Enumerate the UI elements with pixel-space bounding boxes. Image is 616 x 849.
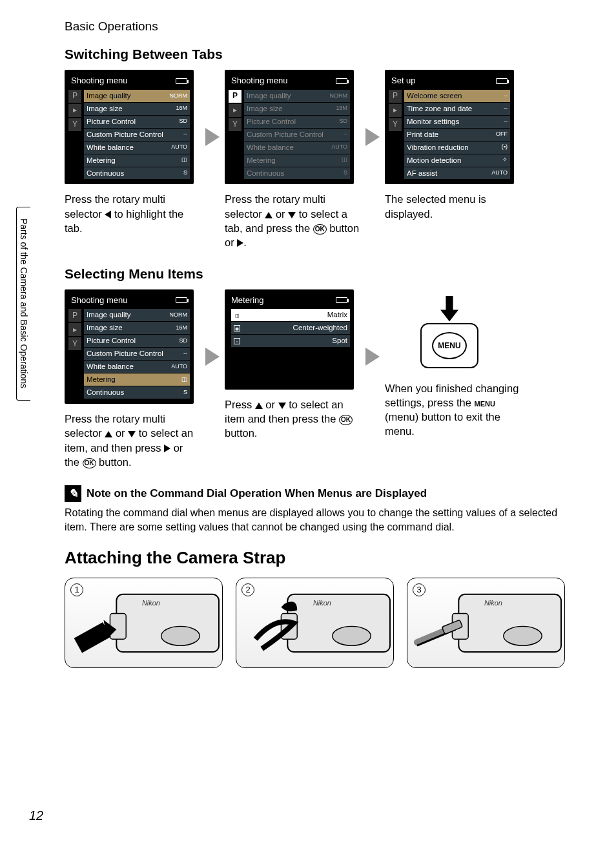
up-arrow-icon	[255, 403, 263, 409]
tab-wrench-icon: Y	[68, 118, 81, 131]
menu-button-illustration: MENU	[420, 323, 478, 368]
section-title-switching: Switching Between Tabs	[65, 47, 577, 62]
menu-row-label: Center-weighted	[293, 323, 347, 333]
tab-play-icon: ▸	[389, 104, 402, 117]
battery-icon	[336, 78, 347, 84]
menu-row-label: AF assist	[407, 169, 437, 178]
menu-row-value: 16M	[336, 105, 347, 112]
menu-title-text: Shooting menu	[231, 76, 287, 87]
menu-row: Custom Picture Control--	[84, 129, 190, 141]
menu-row-label: Continuous	[87, 388, 124, 397]
metering-mode-icon: ◉	[234, 325, 240, 331]
menu-row-label: Time zone and date	[407, 104, 472, 114]
menu-row-label: Image quality	[87, 310, 130, 320]
ok-button-icon: OK	[83, 458, 96, 468]
menu-row-label: Picture Control	[87, 117, 136, 127]
menu-row: Picture ControlSD	[84, 116, 190, 128]
menu-row: Vibration reduction(▪)	[404, 142, 510, 154]
flow-arrow-icon	[365, 348, 380, 366]
menu-row: Time zone and date--	[404, 103, 510, 115]
menu-title-text: Shooting menu	[71, 295, 127, 306]
menu-title-text: Set up	[391, 76, 416, 87]
menu-row-label: Image size	[247, 104, 283, 114]
tab-wrench-icon: Y	[389, 118, 402, 131]
strap-step-1: 1 Nikon	[65, 578, 223, 668]
svg-rect-1	[110, 613, 126, 639]
menu-row-label: Custom Picture Control	[87, 349, 163, 359]
tab-p-icon: P	[389, 90, 402, 103]
menu-row-value: OFF	[496, 131, 508, 138]
right-arrow-icon	[237, 239, 243, 247]
menu-row-value: ◫	[181, 376, 187, 384]
menu-row-value: AUTO	[171, 363, 187, 371]
menu-row-label: Welcome screen	[407, 91, 462, 101]
menu-row-value: 16M	[176, 105, 187, 112]
flow-arrow-icon	[205, 128, 220, 146]
menu-row-label: Custom Picture Control	[247, 130, 323, 140]
menu-row-label: Picture Control	[87, 336, 136, 346]
selecting-row: Shooting menu P ▸ Y Image qualityNORMIma…	[65, 289, 577, 470]
menu-row-value: AUTO	[331, 143, 347, 151]
menu-row: Metering◫	[84, 373, 190, 386]
menu-row-label: Metering	[247, 156, 276, 165]
menu-row-label: Print date	[407, 130, 438, 140]
note-icon: ✎	[65, 485, 81, 502]
flow-arrow-icon	[365, 128, 380, 146]
menu-row-value: NORM	[330, 92, 348, 100]
metering-mode-icon: ▫	[234, 338, 240, 344]
up-arrow-icon	[265, 212, 272, 218]
menu-row-label: Image quality	[247, 91, 291, 101]
tab-play-icon: ▸	[68, 323, 81, 336]
menu-row: Metering◫	[84, 154, 190, 167]
menu-row-label: Spot	[332, 336, 347, 346]
menu-row-label: Metering	[87, 375, 116, 384]
strap-step-2: 2 Nikon	[236, 578, 394, 668]
switching-col-1: Shooting menu P ▸ Y Image qualityNORMIma…	[65, 70, 200, 235]
camera-illustration: Nikon	[65, 578, 222, 668]
section-title-selecting: Selecting Menu Items	[65, 266, 577, 282]
menu-row-label: Custom Picture Control	[87, 130, 163, 140]
menu-row: Picture ControlSD	[84, 335, 190, 347]
menu-row-value: AUTO	[491, 169, 508, 177]
menu-row: Custom Picture Control--	[84, 348, 190, 360]
menu-row-label: White balance	[247, 143, 294, 152]
selecting-caption-3: When you finished changing settings, pre…	[385, 381, 520, 439]
right-arrow-icon	[164, 445, 170, 452]
menu-row: Custom Picture Control--	[244, 129, 350, 141]
svg-point-6	[333, 626, 371, 645]
battery-icon	[176, 78, 187, 84]
menu-row: ◉Center-weighted	[231, 322, 350, 334]
menu-row-value: --	[504, 118, 508, 125]
menu-row-value: 16M	[176, 324, 187, 332]
down-arrow-large-icon	[440, 296, 458, 322]
menu-row-label: Metering	[87, 156, 116, 165]
menu-row-label: Vibration reduction	[407, 143, 469, 152]
left-arrow-icon	[105, 211, 111, 218]
battery-icon	[176, 297, 187, 303]
svg-text:Nikon: Nikon	[484, 598, 502, 606]
menu-row-label: Image size	[87, 323, 123, 333]
menu-row: Image qualityNORM	[244, 90, 350, 102]
side-tab-label: Parts of the Camera and Basic Operations	[19, 218, 29, 388]
menu-row: ◫Matrix	[231, 309, 350, 321]
svg-text:Nikon: Nikon	[313, 598, 331, 606]
switching-caption-3: The selected menu is displayed.	[385, 192, 520, 221]
switching-row: Shooting menu P ▸ Y Image qualityNORMIma…	[65, 70, 577, 250]
flow-arrow-icon	[205, 348, 220, 366]
camera-illustration: Nikon	[236, 578, 393, 668]
shooting-menu-dim: Shooting menu P ▸ Y Image qualityNORMIma…	[225, 70, 354, 184]
svg-point-10	[504, 626, 542, 645]
menu-row-value: --	[344, 131, 347, 138]
menu-row: ▫Spot	[231, 335, 350, 347]
menu-row-label: Continuous	[247, 169, 284, 178]
menu-row-label: Motion detection	[407, 156, 461, 165]
menu-row: Image size16M	[84, 322, 190, 334]
strap-row: 1 Nikon 2 Nikon 3 Nikon	[65, 578, 577, 668]
down-arrow-icon	[278, 403, 286, 409]
switching-caption-1: Press the rotary multi selector to highl…	[65, 192, 200, 235]
menu-row-value: (▪)	[502, 143, 508, 151]
menu-row-value: SD	[339, 118, 347, 125]
setup-menu: Set up P ▸ Y Welcome screen--Time zone a…	[385, 70, 514, 184]
shooting-menu-1: Shooting menu P ▸ Y Image qualityNORMIma…	[65, 70, 194, 184]
tab-wrench-icon: Y	[68, 337, 81, 350]
